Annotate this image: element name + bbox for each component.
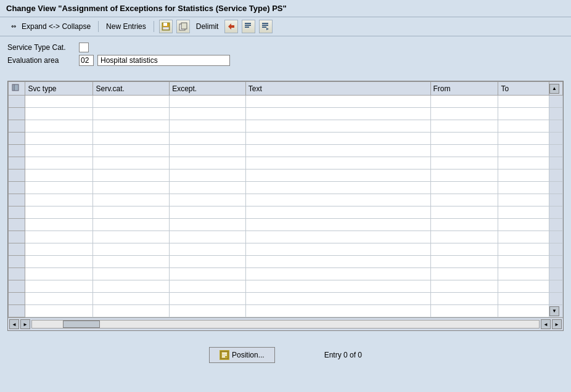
cell-serv-cat[interactable] — [93, 120, 170, 133]
cell-text[interactable] — [245, 169, 430, 182]
row-selector[interactable] — [9, 120, 25, 133]
cell-serv-cat[interactable] — [93, 243, 170, 256]
toolbar-icon-1[interactable] — [159, 20, 173, 33]
table-row[interactable] — [9, 108, 563, 120]
cell-except[interactable] — [170, 145, 246, 157]
cell-to[interactable] — [498, 133, 549, 145]
cell-except[interactable] — [170, 182, 246, 194]
cell-svc-type[interactable] — [25, 206, 93, 219]
cell-to[interactable] — [498, 96, 549, 108]
cell-from[interactable] — [430, 108, 498, 120]
cell-serv-cat[interactable] — [93, 219, 170, 231]
cell-text[interactable] — [245, 96, 430, 108]
cell-text[interactable] — [245, 305, 430, 317]
column-settings-icon[interactable] — [11, 83, 20, 92]
cell-serv-cat[interactable] — [93, 169, 170, 182]
cell-svc-type[interactable] — [25, 182, 93, 194]
table-row[interactable] — [9, 293, 563, 305]
cell-from[interactable] — [430, 194, 498, 206]
table-row[interactable] — [9, 157, 563, 169]
row-selector[interactable] — [9, 243, 25, 256]
cell-except[interactable] — [170, 231, 246, 243]
cell-to[interactable] — [498, 194, 549, 206]
cell-except[interactable] — [170, 280, 246, 293]
cell-svc-type[interactable] — [25, 157, 93, 169]
cell-from[interactable] — [430, 305, 498, 317]
cell-from[interactable] — [430, 96, 498, 108]
row-selector[interactable] — [9, 293, 25, 305]
table-row[interactable] — [9, 145, 563, 157]
table-row[interactable] — [9, 243, 563, 256]
table-row[interactable] — [9, 280, 563, 293]
scroll-thumb[interactable] — [63, 321, 100, 328]
cell-except[interactable] — [170, 169, 246, 182]
scroll-track[interactable] — [31, 320, 540, 329]
cell-serv-cat[interactable] — [93, 231, 170, 243]
expand-collapse-button[interactable]: ⇔ Expand <-> Collapse — [5, 20, 93, 33]
row-selector[interactable] — [9, 157, 25, 169]
cell-to[interactable] — [498, 145, 549, 157]
table-row[interactable]: ▼ — [9, 305, 563, 317]
scroll-down-button[interactable]: ▼ — [549, 306, 559, 316]
cell-except[interactable] — [170, 157, 246, 169]
cell-svc-type[interactable] — [25, 108, 93, 120]
cell-except[interactable] — [170, 243, 246, 256]
toolbar-icon-4[interactable] — [242, 20, 255, 33]
table-row[interactable] — [9, 169, 563, 182]
scroll-right-button[interactable]: ◄ — [541, 319, 551, 329]
cell-from[interactable] — [430, 256, 498, 268]
cell-serv-cat[interactable] — [93, 96, 170, 108]
cell-except[interactable] — [170, 133, 246, 145]
cell-text[interactable] — [245, 293, 430, 305]
row-selector[interactable] — [9, 108, 25, 120]
table-row[interactable] — [9, 219, 563, 231]
cell-to[interactable] — [498, 120, 549, 133]
cell-svc-type[interactable] — [25, 305, 93, 317]
cell-serv-cat[interactable] — [93, 108, 170, 120]
cell-serv-cat[interactable] — [93, 182, 170, 194]
cell-svc-type[interactable] — [25, 268, 93, 280]
cell-from[interactable] — [430, 206, 498, 219]
row-selector[interactable] — [9, 305, 25, 317]
row-selector[interactable] — [9, 169, 25, 182]
new-entries-button[interactable]: New Entries — [104, 21, 149, 32]
cell-text[interactable] — [245, 219, 430, 231]
table-row[interactable] — [9, 256, 563, 268]
cell-except[interactable] — [170, 96, 246, 108]
row-selector[interactable] — [9, 280, 25, 293]
toolbar-icon-3[interactable] — [224, 20, 238, 33]
cell-from[interactable] — [430, 243, 498, 256]
cell-text[interactable] — [245, 182, 430, 194]
cell-from[interactable] — [430, 293, 498, 305]
cell-serv-cat[interactable] — [93, 206, 170, 219]
cell-text[interactable] — [245, 120, 430, 133]
cell-text[interactable] — [245, 268, 430, 280]
cell-to[interactable] — [498, 157, 549, 169]
table-row[interactable] — [9, 194, 563, 206]
cell-text[interactable] — [245, 280, 430, 293]
row-selector[interactable] — [9, 206, 25, 219]
row-selector[interactable] — [9, 268, 25, 280]
cell-svc-type[interactable] — [25, 120, 93, 133]
scroll-right-end-button[interactable]: ► — [552, 319, 562, 329]
cell-svc-type[interactable] — [25, 256, 93, 268]
cell-to[interactable] — [498, 108, 549, 120]
scroll-right-prev-button[interactable]: ► — [20, 319, 30, 329]
cell-svc-type[interactable] — [25, 231, 93, 243]
cell-to[interactable] — [498, 231, 549, 243]
cell-svc-type[interactable] — [25, 194, 93, 206]
cell-text[interactable] — [245, 194, 430, 206]
table-row[interactable] — [9, 231, 563, 243]
cell-text[interactable] — [245, 157, 430, 169]
cell-serv-cat[interactable] — [93, 157, 170, 169]
cell-to[interactable] — [498, 169, 549, 182]
cell-to[interactable] — [498, 256, 549, 268]
cell-svc-type[interactable] — [25, 133, 93, 145]
scroll-left-button[interactable]: ◄ — [9, 319, 19, 329]
cell-from[interactable] — [430, 231, 498, 243]
row-selector[interactable] — [9, 133, 25, 145]
table-row[interactable] — [9, 120, 563, 133]
cell-svc-type[interactable] — [25, 219, 93, 231]
delimit-button[interactable]: Delimit — [194, 21, 221, 32]
cell-text[interactable] — [245, 206, 430, 219]
